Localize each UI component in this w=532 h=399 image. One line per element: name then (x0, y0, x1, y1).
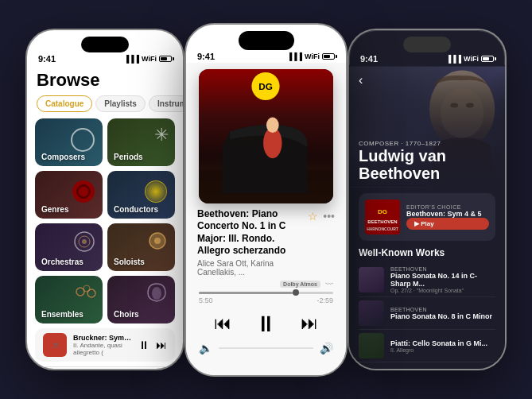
browse-item-conductors[interactable]: Conductors (107, 171, 175, 219)
choirs-label: Choirs (114, 310, 139, 319)
back-button[interactable]: ‹ (359, 73, 363, 87)
np-pause-btn[interactable]: ⏸ (138, 339, 150, 351)
volume-up-icon[interactable]: 🔊 (320, 342, 333, 354)
more-icon[interactable]: ••• (323, 210, 335, 223)
work-item-0[interactable]: BEETHOVEN Piano Sonata No. 14 in C-Sharp… (359, 263, 495, 297)
tab-playlists[interactable]: Playlists (95, 95, 146, 112)
phone-left: 9:41 ▐▐▐ WiFi Browse Catalogue Playlists… (25, 29, 184, 370)
progress-thumb[interactable] (293, 289, 299, 296)
asterisk-icon: ✳ (154, 125, 169, 145)
battery-left (159, 56, 172, 62)
svg-point-7 (87, 289, 95, 297)
work-thumb-2 (359, 333, 384, 358)
well-known-title: Well-Known Works (359, 247, 495, 258)
work-info-1: BEETHOVEN Piano Sonata No. 8 in C Minor (390, 307, 492, 320)
np-controls[interactable]: ⏸ ⏭ (138, 339, 167, 351)
dolby-badge: Dolby Atmos (280, 281, 320, 288)
browse-item-ensembles[interactable]: Ensembles (35, 276, 103, 323)
signal-icon-mid: ▐▐▐ (287, 52, 302, 60)
progress-fill (199, 292, 293, 294)
wifi-icon-right: WiFi (464, 55, 479, 63)
work-title-0: Piano Sonata No. 14 in C-Sharp M... (390, 272, 495, 288)
extra-controls[interactable]: 🔈 🔊 (186, 340, 346, 356)
svg-text:DG: DG (258, 81, 273, 91)
ec-info: EDITOR'S CHOICE Beethoven: Sym 4 & 5 ▶ P… (406, 204, 489, 230)
tab-instruments[interactable]: Instruments (149, 95, 184, 112)
conductors-label: Conductors (114, 205, 158, 214)
progress-total: -2:59 (316, 296, 333, 304)
ec-thumb: DG BEETHOVEN HARNONCOURT (365, 200, 400, 234)
dynamic-island-mid (239, 31, 294, 50)
battery-mid (322, 53, 335, 60)
periods-label: Periods (114, 153, 143, 161)
browse-item-periods[interactable]: ✳ Periods (107, 118, 175, 166)
svg-point-2 (82, 239, 87, 244)
ensembles-icon (74, 282, 98, 304)
soloists-label: Soloists (114, 258, 145, 266)
np-next-btn[interactable]: ⏭ (156, 339, 167, 351)
phone-mid: 9:41 ▐▐▐ WiFi (184, 23, 348, 377)
progress-section: Dolby Atmos 〰 5:50 -2:59 (186, 277, 346, 308)
track-info-row: Beethoven: Piano Concerto No. 1 in C Maj… (186, 203, 346, 277)
track-actions[interactable]: ☆ ••• (308, 208, 335, 223)
mid-screen: DG Beethoven: Piano Concerto No. 1 in C … (186, 63, 346, 377)
ec-play-btn[interactable]: ▶ Play (406, 218, 489, 230)
composer-info: COMPOSER · 1770–1827 Ludwig van Beethove… (359, 140, 505, 182)
time-mid: 9:41 (197, 52, 215, 61)
status-icons-right: ▐▐▐ WiFi (446, 55, 494, 63)
work-item-2[interactable]: Piatti: Cello Sonata in G Mi... II. Alle… (359, 330, 495, 362)
phones-container: 9:41 ▐▐▐ WiFi Browse Catalogue Playlists… (0, 0, 532, 399)
status-icons-left: ▐▐▐ WiFi (124, 55, 172, 63)
status-icons-mid: ▐▐▐ WiFi (287, 52, 335, 60)
browse-item-orchestras[interactable]: Orchestras (35, 223, 103, 271)
dynamic-island-left (81, 37, 129, 52)
browse-title: Browse (27, 65, 183, 95)
signal-icon-right: ▐▐▐ (446, 55, 461, 63)
time-right: 9:41 (360, 54, 378, 64)
work-composer-1: BEETHOVEN (390, 307, 492, 312)
work-thumb-1 (359, 300, 384, 326)
album-art-container: DG (186, 63, 346, 203)
browse-screen: Browse Catalogue Playlists Instruments C… (27, 65, 183, 370)
volume-icon[interactable]: 🔈 (199, 342, 212, 354)
svg-point-4 (154, 238, 161, 244)
composer-hero: ‹ COMPOSER · 1770–1827 Ludwig van Beetho… (349, 65, 505, 188)
progress-bar[interactable] (199, 292, 333, 294)
tab-bar-left: ⌂ Home ♩ Browse ▤ Library ⊕ Search (27, 366, 183, 370)
ec-album-art: DG BEETHOVEN HARNONCOURT (365, 200, 400, 234)
composers-label: Composers (41, 153, 85, 161)
editors-choice-card[interactable]: DG BEETHOVEN HARNONCOURT EDITOR'S CHOICE… (359, 193, 495, 241)
browse-tabs[interactable]: Catalogue Playlists Instruments (27, 95, 183, 118)
wifi-icon-mid: WiFi (305, 52, 320, 60)
rewind-btn[interactable]: ⏮ (214, 313, 231, 334)
right-screen: ‹ COMPOSER · 1770–1827 Ludwig van Beetho… (349, 65, 505, 370)
np-thumb: 🎵 (43, 333, 67, 357)
orchestras-label: Orchestras (41, 258, 83, 266)
browse-item-genres[interactable]: Genres (35, 171, 103, 219)
now-playing-bar[interactable]: 🎵 Bruckner: Symphony No. 4 i... II. Anda… (35, 328, 175, 362)
browse-item-soloists[interactable]: Soloists (107, 223, 175, 271)
favorite-icon[interactable]: ☆ (308, 210, 318, 223)
genres-label: Genres (41, 205, 68, 214)
svg-point-8 (152, 287, 161, 300)
browse-item-choirs[interactable]: Choirs (107, 276, 175, 323)
fast-forward-btn[interactable]: ⏭ (301, 313, 318, 334)
playback-controls[interactable]: ⏮ ⏸ ⏭ (186, 308, 346, 340)
time-left: 9:41 (38, 54, 56, 64)
work-info-2: Piatti: Cello Sonata in G Mi... II. Alle… (390, 339, 487, 353)
soloists-icon (146, 230, 169, 252)
work-composer-0: BEETHOVEN (390, 266, 495, 272)
work-info-0: BEETHOVEN Piano Sonata No. 14 in C-Sharp… (390, 266, 495, 293)
progress-times: 5:50 -2:59 (199, 296, 333, 304)
browse-item-composers[interactable]: Composers (35, 118, 103, 166)
piano-scene-svg: DG (199, 69, 333, 203)
browse-grid: Composers ✳ Periods Genres Conductors (27, 118, 183, 323)
dynamic-island-right (403, 37, 451, 52)
orchestras-icon (72, 230, 96, 254)
track-title: Beethoven: Piano Concerto No. 1 in C Maj… (197, 208, 308, 258)
work-item-1[interactable]: BEETHOVEN Piano Sonata No. 8 in C Minor (359, 297, 495, 330)
play-pause-btn[interactable]: ⏸ (254, 311, 277, 337)
tab-catalogue[interactable]: Catalogue (37, 95, 92, 112)
dolby-row: Dolby Atmos 〰 (199, 280, 333, 289)
volume-bar[interactable] (219, 347, 313, 349)
